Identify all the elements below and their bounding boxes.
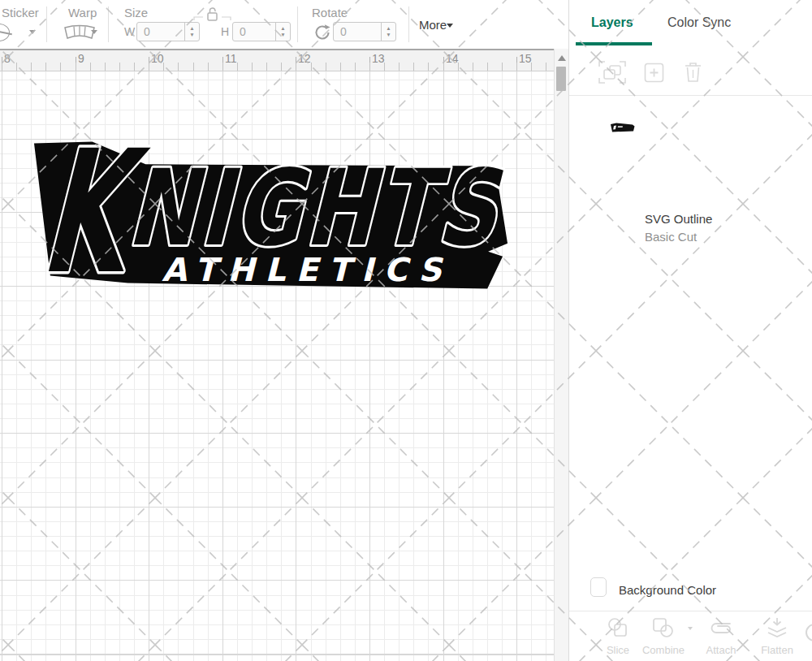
rotate-input-wrap: ▲▼ <box>333 22 396 41</box>
knights-logo-object[interactable]: K NIGHTS ATHLETICS <box>31 138 516 292</box>
rotate-input[interactable] <box>334 23 386 41</box>
layer-title: SVG Outline <box>645 212 712 226</box>
ruler-number: 13 <box>372 52 385 65</box>
more-button[interactable]: More <box>419 18 447 32</box>
background-color-label: Background Color <box>619 583 716 597</box>
combine-button[interactable]: Combine <box>637 617 689 656</box>
sticker-label: Sticker <box>2 6 39 19</box>
contour-icon-partial[interactable] <box>806 624 812 642</box>
rotate-stepper[interactable]: ▲▼ <box>381 23 395 41</box>
attach-icon <box>707 617 735 638</box>
flatten-icon <box>765 617 789 638</box>
stepper-up-icon[interactable]: ▲ <box>189 26 194 32</box>
scrollbar-up-icon[interactable] <box>558 55 566 61</box>
slice-button[interactable]: Slice <box>592 617 644 656</box>
combine-icon <box>651 617 676 638</box>
duplicate-layer-icon[interactable] <box>644 63 664 83</box>
attach-button[interactable]: Attach <box>695 617 747 656</box>
layer-subtitle: Basic Cut <box>645 230 697 244</box>
active-tab-underline <box>576 42 652 45</box>
stepper-down-icon[interactable]: ▼ <box>386 32 391 38</box>
rotate-label: Rotate <box>312 6 348 19</box>
combine-label: Combine <box>637 644 689 656</box>
ruler-number: 11 <box>225 52 237 65</box>
slice-icon <box>606 617 630 638</box>
attach-label: Attach <box>695 644 747 656</box>
horizontal-ruler: 8 9 10 11 12 13 14 15 <box>0 49 554 71</box>
tab-color-sync[interactable]: Color Sync <box>667 15 731 30</box>
logo-word-athletics: ATHLETICS <box>160 250 460 288</box>
combine-caret-down-icon[interactable] <box>688 627 693 630</box>
ruler-number: 12 <box>298 52 311 65</box>
width-input[interactable] <box>137 23 189 41</box>
ruler-number: 8 <box>4 52 11 65</box>
edit-toolbar: Sticker Warp Size W ▲▼ H ▲▼ Rotate ▲▼ M <box>0 0 568 49</box>
stepper-down-icon[interactable]: ▼ <box>189 32 194 38</box>
ruler-number: 10 <box>151 52 164 65</box>
width-input-wrap: ▲▼ <box>136 22 200 41</box>
ruler-number: 15 <box>519 52 532 65</box>
flatten-button[interactable]: Flatten <box>751 617 803 656</box>
width-label: W <box>124 25 135 38</box>
sticker-offset-icon[interactable] <box>0 24 10 41</box>
stepper-down-icon[interactable]: ▼ <box>280 32 285 38</box>
delete-layer-icon[interactable] <box>684 61 702 83</box>
toolbar-divider <box>297 6 298 42</box>
height-input-wrap: ▲▼ <box>232 22 291 41</box>
background-color-swatch[interactable] <box>590 577 607 597</box>
stepper-up-icon[interactable]: ▲ <box>386 26 391 32</box>
lock-aspect-icon[interactable] <box>193 6 231 23</box>
stepper-up-icon[interactable]: ▲ <box>280 26 285 32</box>
toolbar-divider <box>108 6 109 42</box>
scrollbar-thumb[interactable] <box>556 67 566 91</box>
panel-divider <box>569 95 812 96</box>
size-label: Size <box>124 6 148 19</box>
sticker-caret-down-icon[interactable] <box>29 30 36 34</box>
more-caret-down-icon[interactable] <box>447 24 453 28</box>
layer-row[interactable]: SVG Outline Basic Cut <box>569 101 812 151</box>
ruler-number: 9 <box>78 52 84 65</box>
flatten-label: Flatten <box>751 644 803 656</box>
select-all-icon[interactable] <box>598 61 626 84</box>
ruler-number: 14 <box>446 52 459 65</box>
layers-panel: Layers Color Sync SVG Outline Basic Cut … <box>568 0 812 661</box>
slice-label: Slice <box>592 644 644 656</box>
height-label: H <box>221 25 229 38</box>
width-stepper[interactable]: ▲▼ <box>184 23 199 41</box>
warp-caret-down-icon[interactable] <box>91 30 97 34</box>
toolbar-divider <box>408 6 409 42</box>
warp-label: Warp <box>68 6 97 19</box>
panel-divider <box>569 611 812 611</box>
height-input[interactable] <box>233 23 280 41</box>
rotate-icon[interactable] <box>313 24 331 41</box>
height-stepper[interactable]: ▲▼ <box>275 23 290 41</box>
tab-layers[interactable]: Layers <box>591 15 633 30</box>
canvas-vertical-scrollbar[interactable] <box>554 49 568 661</box>
layer-thumbnail <box>610 122 636 133</box>
toolbar-divider <box>46 6 47 42</box>
